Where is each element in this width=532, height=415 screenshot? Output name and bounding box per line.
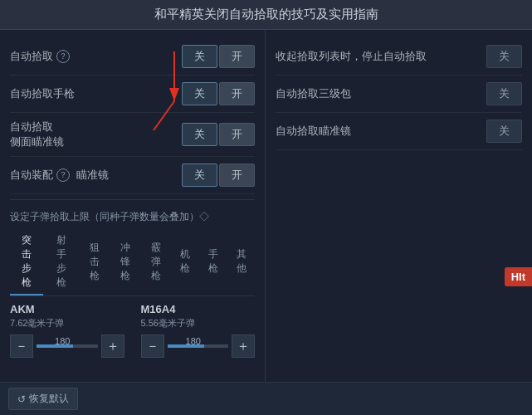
auto-pickup-lvl3-bag-row: 自动拾取三级包 关 — [276, 76, 522, 113]
auto-equip-scope-label: 自动装配 ？ 瞄准镜 — [10, 168, 182, 183]
weapon-ammo-akm: 7.62毫米子弹 — [10, 317, 124, 330]
auto-pickup-lvl3-bag-off-btn[interactable]: 关 — [486, 82, 522, 105]
akm-increase-btn[interactable]: ＋ — [101, 334, 124, 358]
collapse-pickup-off-btn[interactable]: 关 — [486, 45, 522, 68]
auto-pickup-scope-off-btn[interactable]: 关 — [486, 120, 522, 143]
weapon-ammo-m16a4: 5.56毫米子弹 — [141, 317, 256, 330]
restore-icon: ↺ — [17, 393, 26, 405]
weapon-tabs: 突击步枪 射手步枪 狙击枪 冲锋枪 霰弹枪 机枪 手枪 其他 — [10, 229, 255, 296]
tab-shotgun[interactable]: 霰弹枪 — [141, 229, 170, 295]
auto-pickup-side-scope-off-btn[interactable]: 关 — [182, 123, 217, 146]
auto-pickup-pistol-label: 自动拾取手枪 — [10, 86, 182, 101]
tab-pistol[interactable]: 手枪 — [200, 229, 227, 295]
auto-pickup-scope-label: 自动拾取瞄准镜 — [276, 124, 486, 139]
weapon-rows: AKM 7.62毫米子弹 － 180 ＋ M16A4 5.56毫米子弹 — [10, 296, 255, 364]
auto-pickup-pistol-toggles: 关 开 — [182, 82, 255, 105]
restore-label: 恢复默认 — [29, 392, 69, 406]
ammo-title: 设定子弹拾取上限（同种子弹数量会叠加）◇ — [10, 210, 255, 224]
akm-value: 180 — [55, 336, 70, 346]
tab-sniper-rifle[interactable]: 狙击枪 — [80, 229, 109, 295]
collapse-pickup-label: 收起拾取列表时，停止自动拾取 — [276, 49, 486, 64]
help-icon-3[interactable]: ？ — [56, 168, 70, 182]
help-icon-0[interactable]: ？ — [56, 50, 70, 63]
title-bar: 和平精英关闭自动拾取的技巧及实用指南 — [0, 0, 532, 30]
auto-equip-scope-row: 自动装配 ？ 瞄准镜 关 开 — [10, 157, 255, 194]
stepper-row-m16a4: － 180 ＋ — [141, 334, 256, 358]
m16a4-decrease-btn[interactable]: － — [141, 334, 164, 358]
right-panel: 收起拾取列表时，停止自动拾取 关 自动拾取三级包 关 自动拾取瞄准镜 关 — [266, 30, 532, 410]
hit-badge: HIt — [505, 267, 532, 286]
tab-other[interactable]: 其他 — [228, 229, 255, 295]
auto-pickup-pistol-on-btn[interactable]: 开 — [219, 82, 255, 105]
left-panel: 自动拾取 ？ 关 开 自动拾取手枪 关 开 自动拾取侧面瞄准镜 关 — [0, 30, 266, 410]
auto-pickup-pistol-row: 自动拾取手枪 关 开 — [10, 76, 255, 113]
auto-equip-scope-toggles: 关 开 — [182, 164, 255, 187]
main-content: 自动拾取 ？ 关 开 自动拾取手枪 关 开 自动拾取侧面瞄准镜 关 — [0, 30, 532, 410]
auto-pickup-scope-row: 自动拾取瞄准镜 关 — [276, 113, 522, 150]
auto-pickup-on-btn[interactable]: 开 — [219, 45, 255, 68]
m16a4-value: 180 — [186, 336, 201, 346]
akm-slider-track[interactable]: 180 — [37, 344, 98, 348]
tab-lmg[interactable]: 机枪 — [172, 229, 198, 295]
m16a4-increase-btn[interactable]: ＋ — [232, 334, 255, 358]
collapse-pickup-row: 收起拾取列表时，停止自动拾取 关 — [276, 38, 522, 76]
m16a4-slider-track[interactable]: 180 — [168, 344, 229, 348]
auto-pickup-pistol-off-btn[interactable]: 关 — [182, 82, 217, 105]
akm-decrease-btn[interactable]: － — [10, 334, 33, 358]
bottom-bar: ↺ 恢复默认 — [0, 382, 532, 415]
tab-marksman-rifle[interactable]: 射手步枪 — [45, 229, 78, 295]
weapon-name-m16a4: M16A4 — [141, 303, 256, 315]
auto-pickup-label: 自动拾取 ？ — [10, 49, 182, 64]
auto-pickup-lvl3-bag-label: 自动拾取三级包 — [276, 86, 486, 101]
auto-pickup-off-btn[interactable]: 关 — [182, 45, 217, 68]
auto-pickup-toggles: 关 开 — [182, 45, 255, 68]
stepper-row-akm: － 180 ＋ — [10, 334, 124, 358]
ammo-section: 设定子弹拾取上限（同种子弹数量会叠加）◇ 突击步枪 射手步枪 狙击枪 冲锋枪 霰… — [10, 205, 255, 368]
auto-equip-scope-off-btn[interactable]: 关 — [182, 164, 217, 187]
tab-smg[interactable]: 冲锋枪 — [110, 229, 139, 295]
weapon-name-akm: AKM — [10, 303, 124, 315]
section-divider — [10, 199, 255, 200]
weapon-item-akm: AKM 7.62毫米子弹 － 180 ＋ — [10, 303, 124, 358]
auto-pickup-side-scope-on-btn[interactable]: 开 — [219, 123, 255, 146]
auto-equip-scope-on-btn[interactable]: 开 — [219, 164, 255, 187]
auto-pickup-row: 自动拾取 ？ 关 开 — [10, 38, 255, 76]
weapon-item-m16a4: M16A4 5.56毫米子弹 － 180 ＋ — [141, 303, 256, 358]
auto-pickup-side-scope-label: 自动拾取侧面瞄准镜 — [10, 120, 182, 149]
page-title: 和平精英关闭自动拾取的技巧及实用指南 — [154, 7, 378, 21]
restore-default-btn[interactable]: ↺ 恢复默认 — [8, 388, 78, 410]
tab-assault-rifle[interactable]: 突击步枪 — [10, 229, 43, 295]
auto-pickup-side-scope-toggles: 关 开 — [182, 123, 255, 146]
auto-pickup-side-scope-row: 自动拾取侧面瞄准镜 关 开 — [10, 113, 255, 157]
